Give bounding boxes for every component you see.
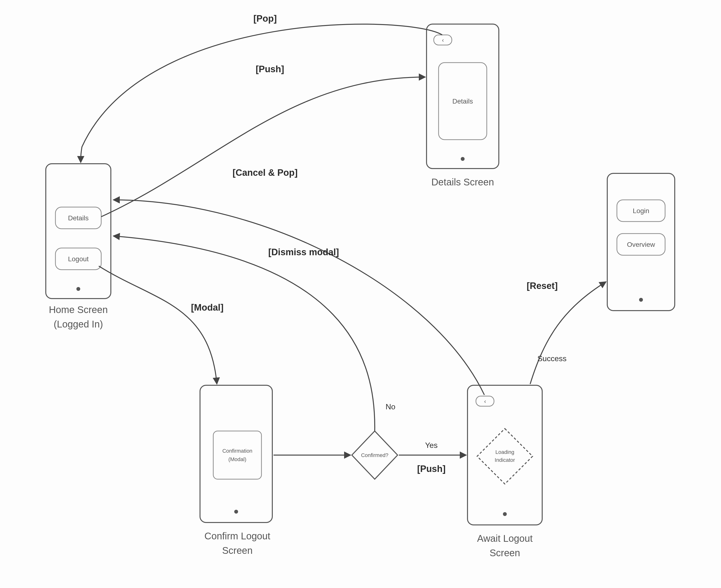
svg-point-12 [503,512,507,516]
edge-pop [81,24,442,163]
confirmed-decision: Confirmed? [352,431,398,479]
navigation-diagram: Details Logout Home Screen (Logged In) ‹… [0,0,721,588]
decision-label: Confirmed? [361,452,388,458]
confirm-screen-title-1: Confirm Logout [204,531,270,541]
overview-button-label: Overview [627,241,655,248]
svg-point-9 [234,510,238,513]
await-screen-title-1: Await Logout [477,533,533,544]
svg-rect-10 [213,431,261,479]
await-logout-screen: ‹ Loading Indicator Await Logout Screen [467,385,542,558]
home-screen-title-1: Home Screen [49,304,108,315]
edge-reset [530,282,606,384]
edge-cancel-pop [113,200,484,395]
login-button-label: Login [633,207,649,214]
svg-rect-11 [467,385,542,525]
login-screen: Login Overview [607,173,675,311]
confirm-screen-title-2: Screen [222,545,253,556]
home-details-button: Details [56,207,101,229]
home-logout-label: Logout [68,255,89,263]
edge-reset-label: [Reset] [527,281,558,291]
edge-dismiss-modal-label: [Dismiss modal] [268,247,339,257]
svg-point-15 [639,298,643,302]
home-screen-title-2: (Logged In) [54,319,103,330]
confirm-modal-label-2: (Modal) [228,456,246,462]
back-icon: ‹ [442,37,444,43]
home-logout-button: Logout [56,248,101,270]
svg-rect-0 [46,164,111,299]
details-screen: ‹ Details Details Screen [426,24,499,187]
edge-success-label: Success [537,354,566,363]
details-content-label: Details [452,98,473,105]
edge-push-details-label: [Push] [256,64,284,74]
svg-point-1 [76,287,80,291]
confirm-logout-screen: Confirmation (Modal) Confirm Logout Scre… [200,385,272,556]
back-icon-await: ‹ [484,398,486,404]
svg-point-5 [461,157,465,161]
edge-push-details [101,77,425,217]
edge-modal [99,266,217,384]
svg-rect-4 [426,24,499,169]
edge-cancel-pop-label: [Cancel & Pop] [233,168,298,178]
edge-push-await-label: [Push] [417,464,445,474]
details-screen-title: Details Screen [432,177,494,187]
edge-no-label: No [385,402,396,411]
edge-dismiss-modal [113,236,375,431]
loading-label-2: Indicator [495,457,515,463]
home-details-label: Details [68,214,89,222]
edge-yes-label: Yes [425,441,438,449]
home-screen: Details Logout Home Screen (Logged In) [46,164,111,330]
edge-pop-label: [Pop] [253,14,277,24]
loading-label-1: Loading [496,449,514,455]
edge-modal-label: [Modal] [191,302,223,313]
await-screen-title-2: Screen [490,548,520,558]
confirm-modal-label-1: Confirmation [222,448,253,454]
